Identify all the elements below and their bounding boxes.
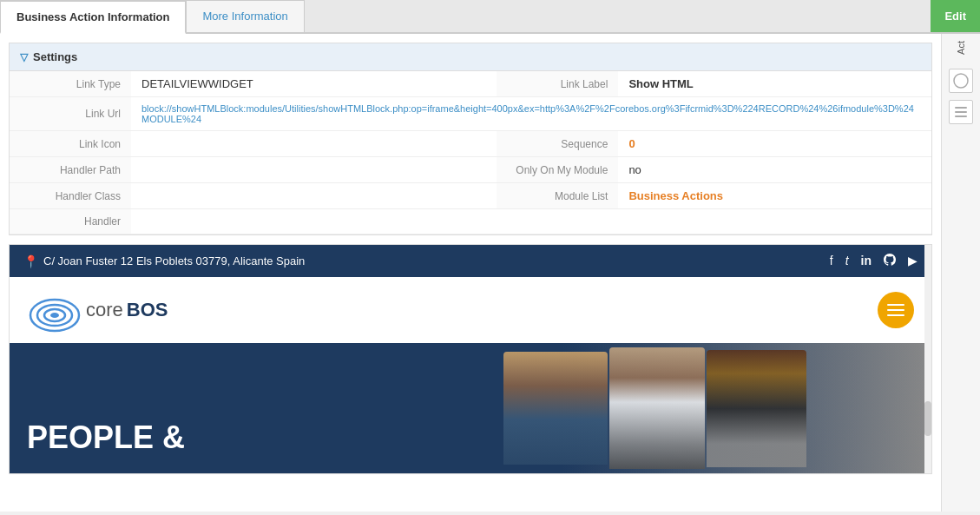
- github-icon[interactable]: [884, 254, 896, 268]
- only-on-my-module-value: no: [618, 157, 931, 183]
- scrollbar-thumb[interactable]: [924, 401, 931, 436]
- iframe-logo-bar: coreBOS: [10, 277, 931, 343]
- table-row: Link Icon Sequence 0: [10, 131, 931, 157]
- tab-more-information[interactable]: More Information: [186, 0, 304, 32]
- settings-header: ▽ Settings: [10, 43, 931, 71]
- collapse-icon[interactable]: ▽: [20, 51, 28, 63]
- hero-text: PEOPLE &: [27, 419, 185, 456]
- svg-point-4: [954, 74, 968, 88]
- address-value: C/ Joan Fuster 12 Els Poblets 03779, Ali…: [43, 254, 305, 267]
- edit-button[interactable]: Edit: [931, 0, 980, 32]
- hero-image-overlay: [378, 343, 931, 473]
- table-row: Handler: [10, 209, 931, 234]
- handler-label: Handler: [10, 209, 131, 234]
- table-row: Link Type DETAILVIEWWIDGET Link Label Sh…: [10, 71, 931, 97]
- table-row: Handler Path Only On My Module no: [10, 157, 931, 183]
- hamburger-menu[interactable]: [878, 292, 914, 328]
- hamburger-line-2: [887, 309, 904, 311]
- facebook-icon[interactable]: f: [830, 254, 833, 268]
- logo-svg: [27, 287, 82, 333]
- hamburger-line-1: [887, 304, 904, 306]
- linkedin-icon[interactable]: in: [861, 254, 871, 268]
- link-icon-label: Link Icon: [10, 131, 131, 157]
- link-icon-value: [131, 131, 497, 157]
- tab-business-action[interactable]: Business Action Information: [0, 0, 186, 34]
- person-3: [707, 350, 806, 467]
- module-list-value: Business Actions: [618, 183, 931, 209]
- sequence-label: Sequence: [497, 131, 618, 157]
- table-row-url: Link Url block://showHTMLBlock:modules/U…: [10, 97, 931, 131]
- link-type-label: Link Type: [10, 71, 131, 97]
- handler-path-value: [131, 157, 497, 183]
- main-area: ▽ Settings Link Type DETAILVIEWWIDGET Li…: [0, 34, 980, 512]
- module-list-label: Module List: [497, 183, 618, 209]
- action-icon-2: [954, 106, 968, 118]
- svg-rect-6: [955, 111, 967, 113]
- person-1: [503, 352, 608, 465]
- handler-value: [131, 209, 497, 234]
- person-2: [609, 347, 705, 469]
- link-url-value: block://showHTMLBlock:modules/Utilities/…: [131, 97, 931, 131]
- right-panel-label: Act: [956, 41, 966, 55]
- people-group: [503, 343, 806, 473]
- handler-class-label: Handler Class: [10, 183, 131, 209]
- right-icon-2[interactable]: [949, 100, 973, 124]
- right-panel: Act: [941, 34, 980, 512]
- settings-section: ▽ Settings Link Type DETAILVIEWWIDGET Li…: [9, 43, 932, 235]
- svg-point-3: [50, 313, 59, 318]
- hamburger-line-3: [887, 314, 904, 316]
- twitter-icon[interactable]: t: [845, 254, 849, 268]
- iframe-preview: 📍 C/ Joan Fuster 12 Els Poblets 03779, A…: [9, 244, 932, 474]
- handler-path-label: Handler Path: [10, 157, 131, 183]
- logo-bos-text: BOS: [127, 299, 168, 321]
- iframe-address-bar: 📍 C/ Joan Fuster 12 Els Poblets 03779, A…: [10, 245, 931, 277]
- scrollbar-track: [924, 245, 931, 473]
- link-url-label: Link Url: [10, 97, 131, 131]
- youtube-icon[interactable]: ▶: [908, 254, 918, 268]
- right-icon-1[interactable]: [949, 69, 973, 93]
- sequence-value: 0: [618, 131, 931, 157]
- only-on-my-module-label: Only On My Module: [497, 157, 618, 183]
- svg-rect-5: [955, 107, 967, 109]
- logo-core-text: core: [86, 299, 123, 321]
- iframe-hero: PEOPLE &: [10, 343, 931, 473]
- form-table: Link Type DETAILVIEWWIDGET Link Label Sh…: [10, 71, 931, 234]
- social-icons: f t in ▶: [830, 254, 918, 268]
- settings-title: Settings: [33, 50, 77, 63]
- address-text: 📍 C/ Joan Fuster 12 Els Poblets 03779, A…: [23, 254, 305, 268]
- link-label-label: Link Label: [497, 71, 618, 97]
- handler-class-value: [131, 183, 497, 209]
- link-type-value: DETAILVIEWWIDGET: [131, 71, 497, 97]
- action-icon-1: [953, 73, 969, 89]
- corebos-logo: coreBOS: [27, 287, 168, 333]
- location-icon: 📍: [23, 254, 38, 268]
- link-label-value: Show HTML: [618, 71, 931, 97]
- table-row: Handler Class Module List Business Actio…: [10, 183, 931, 209]
- svg-rect-7: [955, 116, 967, 117]
- content-panel: ▽ Settings Link Type DETAILVIEWWIDGET Li…: [0, 34, 941, 512]
- tab-bar: Business Action Information More Informa…: [0, 0, 980, 34]
